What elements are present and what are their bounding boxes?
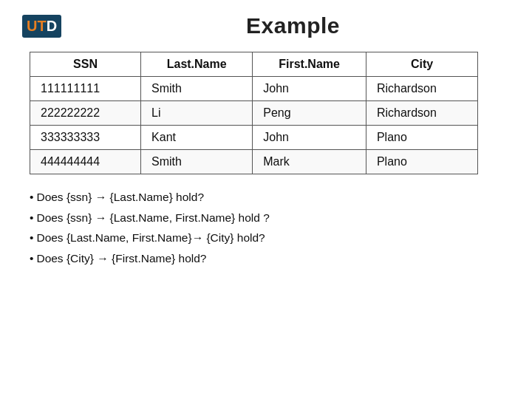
col-lastname: Last.Name [141,52,253,77]
table-cell: Smith [141,77,253,101]
data-table: SSN Last.Name First.Name City 111111111S… [30,52,478,174]
table-cell: 444444444 [30,150,141,174]
table-cell: Richardson [366,101,477,126]
table-cell: Plano [366,150,477,174]
bullet-dot: • [30,191,33,203]
table-body: 111111111SmithJohnRichardson222222222LiP… [30,77,478,174]
table-cell: 333333333 [30,126,141,150]
table-cell: John [253,77,366,101]
bullet-dot: • [30,211,33,224]
header-row: U T D Example [22,13,510,38]
bullet-item: •Does {City} → {First.Name} hold? [30,250,270,267]
table-cell: Richardson [366,77,477,101]
table-cell: Kant [141,126,253,150]
table-cell: Peng [253,101,366,126]
logo-t: T [37,18,46,35]
table-cell: 111111111 [30,77,141,101]
logo-d: D [47,18,57,35]
bullet-item: •Does {ssn} → {Last.Name} hold? [30,189,270,205]
bullet-dot: • [30,252,33,265]
table-cell: Mark [253,150,366,174]
table-container: SSN Last.Name First.Name City 111111111S… [22,52,510,174]
page: U T D Example SSN Last.Name First.Name C… [0,0,532,399]
table-row: 222222222LiPengRichardson [30,101,478,126]
col-city: City [366,52,477,77]
bullet-dot: • [30,231,33,244]
col-firstname: First.Name [253,52,366,77]
table-cell: Plano [366,126,477,150]
table-cell: Smith [141,150,253,174]
col-ssn: SSN [30,52,141,77]
bullet-item: •Does {Last.Name, First.Name}→ {City} ho… [30,230,270,246]
table-cell: Li [141,101,253,126]
logo-u: U [27,18,37,35]
table-row: 111111111SmithJohnRichardson [30,77,478,101]
page-title: Example [76,13,510,38]
utd-logo: U T D [22,15,61,38]
table-cell: 222222222 [30,101,141,126]
bullets-section: •Does {ssn} → {Last.Name} hold?•Does {ss… [30,189,270,267]
table-header-row: SSN Last.Name First.Name City [30,52,478,77]
bullet-item: •Does {ssn} → {Last.Name, First.Name} ho… [30,210,270,226]
table-row: 333333333KantJohnPlano [30,126,478,150]
table-cell: John [253,126,366,150]
table-row: 444444444SmithMarkPlano [30,150,478,174]
